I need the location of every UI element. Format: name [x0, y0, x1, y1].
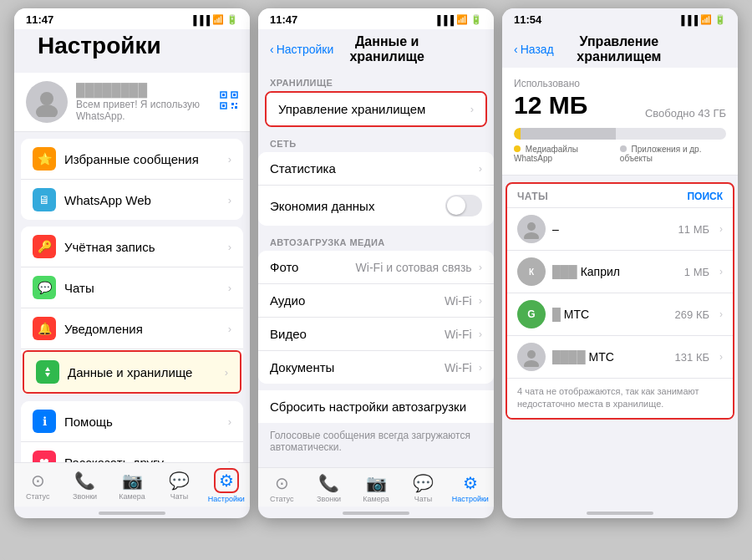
manage-storage-section: Управление хранилищем ›	[265, 91, 487, 127]
whatsappweb-icon: 🖥	[33, 188, 56, 211]
video-row[interactable]: Видео Wi-Fi ›	[258, 318, 494, 351]
calls-tab-icon-2: 📞	[318, 473, 339, 493]
profile-info: ████████ Всем привет! Я использую WhatsA…	[76, 83, 211, 122]
tab-bar-2: ⊙ Статус 📞 Звонки 📷 Камера 💬 Чаты ⚙	[258, 467, 494, 507]
back-button-3[interactable]: ‹ Назад	[514, 43, 554, 56]
profile-status: Всем привет! Я использую WhatsApp.	[76, 99, 211, 122]
avatar-svg-3	[521, 347, 541, 367]
photo-row[interactable]: Фото Wi-Fi и сотовая связь ›	[258, 251, 494, 284]
chat-name-1-visible: Каприл	[581, 265, 620, 278]
docs-row[interactable]: Документы Wi-Fi ›	[258, 351, 494, 384]
settings-title: Настройки	[26, 33, 238, 66]
time-2: 11:47	[270, 13, 297, 26]
profile-row[interactable]: ████████ Всем привет! Я использую WhatsA…	[14, 73, 250, 132]
nav-title-2: Данные и хранилище	[333, 34, 440, 64]
audio-row[interactable]: Аудио Wi-Fi ›	[258, 284, 494, 318]
audio-chevron: ›	[479, 294, 482, 307]
favorites-label: Избранные сообщения	[64, 152, 220, 166]
status-tab-label: Статус	[26, 492, 49, 501]
chat-row-1[interactable]: К ███ Каприл 1 МБ ›	[507, 251, 733, 293]
storage-info: Использовано 12 МБ Свободно 43 ГБ Медиаф…	[502, 68, 738, 176]
storage-used-label: Использовано	[514, 78, 587, 89]
chat-row-2[interactable]: G █ МТС 269 КБ ›	[507, 293, 733, 336]
chat-row-0[interactable]: – 11 МБ ›	[507, 208, 733, 251]
avatar-svg-0	[521, 219, 541, 239]
economy-toggle[interactable]	[445, 195, 482, 216]
storage-row: Использовано 12 МБ Свободно 43 ГБ	[514, 78, 726, 120]
network-section: Статистика › Экономия данных	[258, 152, 494, 226]
row-whatsappweb[interactable]: 🖥 WhatsApp Web ›	[21, 180, 243, 220]
tab-chats-1[interactable]: 💬 Чаты	[155, 471, 202, 501]
tell-label: Рассказать другу	[64, 456, 220, 463]
network-section-wrapper: Статистика › Экономия данных	[258, 152, 494, 227]
svg-rect-10	[231, 107, 233, 109]
tab-status-2[interactable]: ⊙ Статус	[258, 473, 305, 503]
stats-label: Статистика	[270, 161, 472, 176]
svg-point-15	[524, 232, 539, 239]
whatsappweb-label: WhatsApp Web	[64, 193, 220, 207]
back-button-2[interactable]: ‹ Настройки	[270, 43, 333, 56]
notifications-label: Уведомления	[64, 322, 220, 336]
section2-list: 🔑 Учётная запись › 💬 Чаты › 🔔 Уведомлени…	[21, 227, 243, 395]
tab-status-1[interactable]: ⊙ Статус	[14, 471, 61, 501]
status-tab-icon-2: ⊙	[275, 473, 289, 493]
status-bar-2: 11:47 ▐▐▐ 📶 🔋	[258, 8, 494, 29]
chat-name-2: █ МТС	[552, 308, 668, 321]
tab-settings-1[interactable]: ⚙ Настройки	[203, 468, 250, 503]
audio-value: Wi-Fi	[445, 294, 472, 308]
chats-section-header: ЧАТЫ ПОИСК	[507, 184, 733, 208]
tab-calls-1[interactable]: 📞 Звонки	[61, 471, 108, 501]
tab-camera-1[interactable]: 📷 Камера	[109, 471, 155, 501]
svg-point-0	[40, 92, 53, 105]
wifi-icon-3: 📶	[700, 14, 712, 25]
row-notifications[interactable]: 🔔 Уведомления ›	[21, 308, 243, 349]
chats-chevron: ›	[228, 282, 231, 294]
tab-chats-2[interactable]: 💬 Чаты	[399, 473, 446, 503]
row-favorites[interactable]: ⭐ Избранные сообщения ›	[21, 139, 243, 180]
manage-storage-wrapper: Управление хранилищем ›	[258, 91, 494, 129]
section2: 🔑 Учётная запись › 💬 Чаты › 🔔 Уведомлени…	[21, 227, 243, 395]
legend-dot-whatsapp	[514, 145, 521, 152]
chat-avatar-2: G	[517, 300, 546, 328]
chats-tab-icon: 💬	[169, 471, 190, 491]
help-icon: ℹ	[33, 410, 56, 433]
row-tell[interactable]: ❤ Рассказать другу ›	[21, 442, 243, 462]
row-help[interactable]: ℹ Помощь ›	[21, 401, 243, 442]
row-account[interactable]: 🔑 Учётная запись ›	[21, 227, 243, 267]
autoload-section-wrapper: Фото Wi-Fi и сотовая связь › Аудио Wi-Fi…	[258, 251, 494, 385]
row-chats[interactable]: 💬 Чаты ›	[21, 267, 243, 308]
qr-svg	[220, 91, 238, 109]
stats-row[interactable]: Статистика ›	[258, 152, 494, 186]
tab-calls-2[interactable]: 📞 Звонки	[305, 473, 352, 503]
settings-tab-label: Настройки	[208, 495, 245, 503]
storage-legend: Медиафайлы WhatsApp Приложения и др. объ…	[514, 145, 726, 163]
search-button[interactable]: ПОИСК	[687, 191, 723, 202]
manage-storage-row[interactable]: Управление хранилищем ›	[267, 93, 485, 125]
whatsapp-bar	[514, 128, 521, 140]
storage-left: Использовано 12 МБ	[514, 78, 587, 120]
chat-row-3[interactable]: ████ МТС 131 КБ ›	[507, 336, 733, 379]
chats-icon: 💬	[33, 276, 56, 299]
tab-camera-2[interactable]: 📷 Камера	[353, 473, 399, 503]
calls-tab-label: Звонки	[73, 492, 97, 501]
storage-bar	[514, 128, 726, 140]
stats-chevron: ›	[479, 162, 482, 175]
qr-icon	[220, 91, 238, 114]
nav-title-3: Управление хранилищем	[554, 34, 684, 64]
row-data[interactable]: Данные и хранилище ›	[23, 350, 241, 394]
screen2-content: ХРАНИЛИЩЕ Управление хранилищем › СЕТЬ С…	[258, 68, 494, 518]
profile-name: ████████	[76, 83, 211, 97]
video-chevron: ›	[479, 328, 482, 340]
storage-free: Свободно 43 ГБ	[645, 107, 726, 120]
data-svg	[42, 366, 53, 378]
settings-tab-icon-2: ⚙	[463, 473, 478, 493]
whatsappweb-chevron: ›	[228, 194, 231, 206]
back-chevron-3: ‹	[514, 43, 518, 56]
tab-settings-2[interactable]: ⚙ Настройки	[447, 473, 494, 503]
chat-name-0: –	[552, 222, 672, 236]
screen2-data: 11:47 ▐▐▐ 📶 🔋 ‹ Настройки Данные и храни…	[258, 8, 494, 518]
autoload-header: АВТОЗАГРУЗКА МЕДИА	[258, 227, 494, 251]
economy-row[interactable]: Экономия данных	[258, 186, 494, 226]
account-label: Учётная запись	[64, 240, 220, 254]
reset-row[interactable]: Сбросить настройки автозагрузки	[258, 390, 494, 423]
